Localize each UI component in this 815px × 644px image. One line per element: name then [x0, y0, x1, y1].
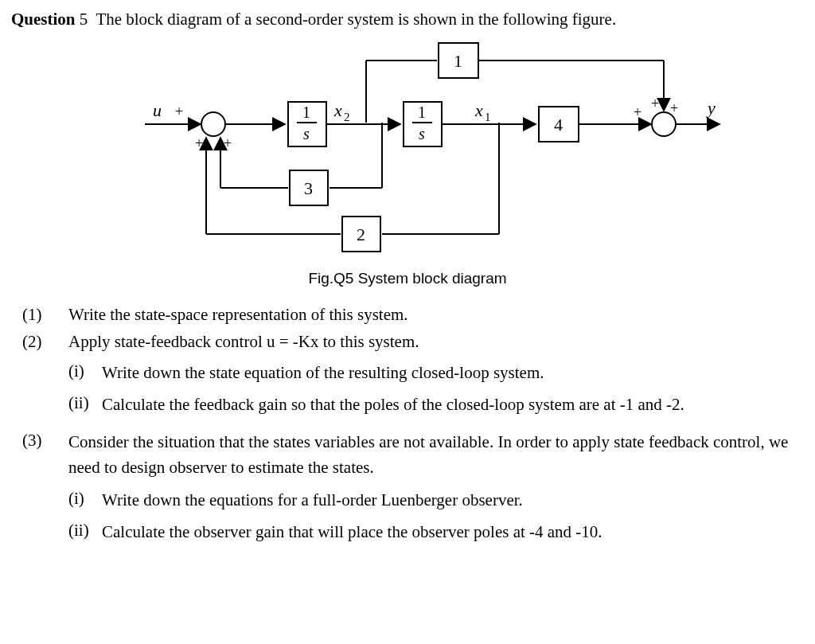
block-gain-3-label: 3	[304, 178, 313, 198]
question-prompt: The block diagram of a second-order syst…	[96, 10, 616, 29]
subpart-3-i: (i) Write down the equations for a full-…	[68, 487, 804, 513]
question-number: 5	[80, 10, 88, 29]
subpart-number: (ii)	[68, 519, 102, 545]
subpart-number: (ii)	[68, 392, 102, 418]
plus-sign: +	[634, 104, 641, 120]
signal-x1-sub: 1	[485, 111, 491, 123]
block-gain-4-label: 4	[554, 115, 563, 135]
signal-x2: x	[333, 100, 342, 120]
signal-x2-sub: 2	[344, 111, 350, 123]
signal-y: y	[706, 98, 716, 118]
subpart-text: Calculate the feedback gain so that the …	[102, 392, 804, 418]
part-number: (3)	[22, 429, 68, 552]
subpart-text: Write down the equations for a full-orde…	[102, 487, 804, 513]
question-parts: (1) Write the state-space representation…	[22, 303, 804, 552]
part-text: Write the state-space representation of …	[68, 303, 804, 326]
signal-x1: x	[474, 100, 483, 120]
plus-sign: +	[670, 100, 678, 116]
plus-sign: +	[175, 103, 183, 119]
subpart-text: Calculate the observer gain that will pl…	[102, 519, 804, 545]
subpart-2-ii: (ii) Calculate the feedback gain so that…	[68, 392, 804, 418]
integrator-num: 1	[418, 103, 426, 121]
part-1: (1) Write the state-space representation…	[22, 303, 804, 326]
plus-sign: +	[195, 135, 203, 151]
plus-sign: +	[224, 135, 232, 151]
plus-sign: +	[651, 96, 659, 111]
part-number: (2)	[22, 330, 68, 423]
subpart-2-i: (i) Write down the state equation of the…	[68, 360, 804, 386]
block-gain-2-label: 2	[357, 224, 365, 244]
signal-u: u	[153, 100, 162, 120]
integrator-den: s	[419, 125, 425, 142]
subpart-3-ii: (ii) Calculate the observer gain that wi…	[68, 519, 804, 545]
block-diagram: u + + + 1 s x 2 1 s x 1 4 + y 1 + +	[81, 37, 734, 263]
integrator-den: s	[303, 125, 310, 142]
integrator-num: 1	[302, 103, 310, 121]
question-header: Question 5 The block diagram of a second…	[11, 8, 804, 30]
part-2: (2) Apply state-feedback control u = -Kx…	[22, 330, 804, 423]
block-diagram-container: u + + + 1 s x 2 1 s x 1 4 + y 1 + +	[11, 37, 804, 263]
subpart-number: (i)	[68, 487, 102, 513]
part-number: (1)	[22, 303, 68, 326]
part-3: (3) Consider the situation that the stat…	[22, 429, 804, 552]
part-text: Consider the situation that the states v…	[68, 429, 804, 481]
question-label: Question	[11, 10, 76, 29]
part-text: Apply state-feedback control u = -Kx to …	[68, 330, 804, 353]
summing-junction-1	[201, 112, 225, 136]
subpart-text: Write down the state equation of the res…	[102, 360, 804, 386]
figure-caption: Fig.Q5 System block diagram	[11, 268, 804, 289]
block-gain-1-label: 1	[454, 51, 462, 71]
subpart-number: (i)	[68, 360, 102, 386]
